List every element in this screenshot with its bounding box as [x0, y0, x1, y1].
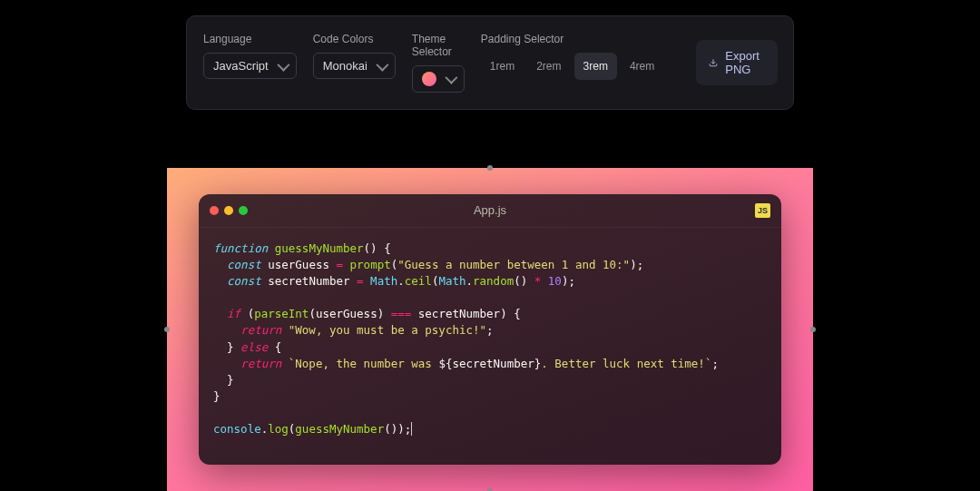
theme-label: Theme Selector [412, 33, 465, 58]
colors-dropdown[interactable]: Monokai [313, 53, 396, 79]
language-value: JavaScript [213, 59, 269, 73]
colors-group: Code Colors Monokai [313, 33, 396, 79]
theme-swatch-icon [422, 72, 436, 86]
padding-options: 1rem 2rem 3rem 4rem [481, 53, 663, 80]
code-editor: App.js JS function guessMyNumber() { con… [199, 194, 781, 466]
filename[interactable]: App.js [474, 203, 506, 217]
resize-handle-left[interactable] [164, 327, 170, 332]
toolbar: Language JavaScript Code Colors Monokai … [186, 15, 794, 110]
canvas-wrapper: App.js JS function guessMyNumber() { con… [167, 168, 813, 491]
language-label: Language [203, 33, 297, 45]
minimize-icon [224, 206, 233, 215]
resize-handle-right[interactable] [810, 327, 816, 332]
theme-dropdown[interactable] [412, 65, 465, 93]
chevron-down-icon [277, 58, 289, 71]
padding-option-1rem[interactable]: 1rem [481, 53, 524, 80]
download-icon [709, 55, 718, 70]
padding-option-4rem[interactable]: 4rem [621, 53, 663, 80]
language-group: Language JavaScript [203, 33, 297, 79]
language-badge: JS [755, 203, 770, 218]
resize-handle-top[interactable] [487, 165, 493, 171]
colors-value: Monokai [323, 59, 368, 73]
theme-group: Theme Selector [412, 33, 465, 93]
language-dropdown[interactable]: JavaScript [203, 53, 297, 79]
export-label: Export PNG [725, 49, 765, 76]
preview-canvas: App.js JS function guessMyNumber() { con… [167, 168, 813, 491]
code-area[interactable]: function guessMyNumber() { const userGue… [199, 228, 781, 466]
padding-option-2rem[interactable]: 2rem [527, 53, 570, 80]
export-button[interactable]: Export PNG [696, 40, 778, 85]
colors-label: Code Colors [313, 33, 396, 45]
padding-group: Padding Selector 1rem 2rem 3rem 4rem [481, 33, 663, 80]
chevron-down-icon [445, 72, 457, 84]
editor-header: App.js JS [199, 194, 781, 228]
maximize-icon [239, 206, 248, 215]
close-icon [210, 206, 219, 215]
window-controls [210, 206, 248, 215]
padding-label: Padding Selector [481, 33, 663, 45]
chevron-down-icon [376, 58, 388, 71]
padding-option-3rem[interactable]: 3rem [574, 53, 617, 80]
